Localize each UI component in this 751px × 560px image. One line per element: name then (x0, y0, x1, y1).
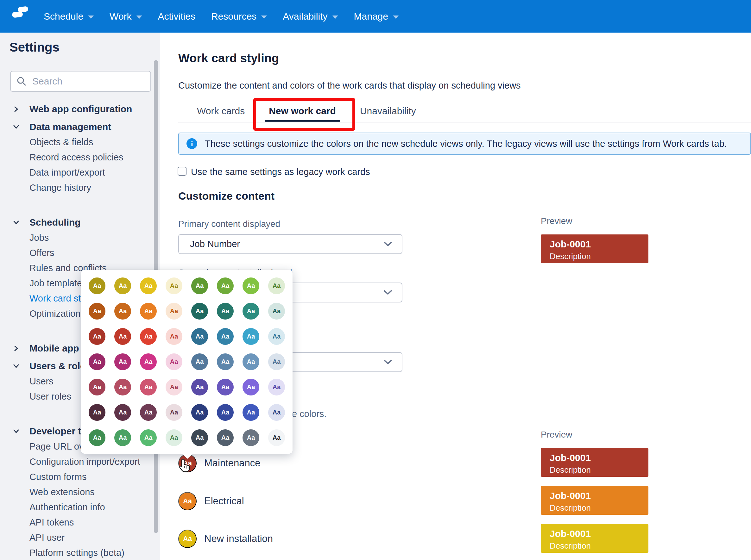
palette-swatch-r5-c4[interactable]: Aa (166, 379, 182, 396)
nav-menu: ScheduleWorkActivitiesResourcesAvailabil… (44, 0, 399, 33)
palette-swatch-r7-c2[interactable]: Aa (114, 429, 131, 446)
tab-unavailability[interactable]: Unavailability (356, 102, 420, 122)
sidebar-search[interactable] (10, 71, 151, 92)
palette-swatch-r1-c8[interactable]: Aa (268, 278, 285, 294)
palette-swatch-r7-c7[interactable]: Aa (243, 429, 259, 446)
palette-swatch-r2-c6[interactable]: Aa (217, 303, 234, 320)
sidebar-item-api-tokens[interactable]: API tokens (0, 515, 160, 530)
colors-sentence-fragment: e colors. (292, 409, 327, 419)
nav-item-resources[interactable]: Resources (211, 11, 267, 22)
palette-swatch-r4-c4[interactable]: Aa (166, 354, 182, 370)
palette-swatch-r1-c4[interactable]: Aa (166, 278, 182, 294)
sidebar-item-label: User roles (30, 392, 71, 402)
page-title: Work card styling (178, 52, 279, 65)
palette-swatch-r4-c7[interactable]: Aa (243, 354, 259, 370)
palette-swatch-r6-c5[interactable]: Aa (191, 404, 208, 421)
sidebar-item-web-extensions[interactable]: Web extensions (0, 484, 160, 500)
palette-swatch-r1-c1[interactable]: Aa (89, 278, 105, 294)
palette-swatch-r5-c7[interactable]: Aa (243, 379, 259, 396)
palette-swatch-r6-c2[interactable]: Aa (114, 404, 131, 421)
palette-swatch-r2-c8[interactable]: Aa (268, 303, 285, 320)
sidebar-item-change-history[interactable]: Change history (0, 180, 160, 195)
palette-swatch-r4-c5[interactable]: Aa (191, 354, 208, 370)
sidebar-item-data-management[interactable]: Data management (0, 119, 160, 135)
palette-swatch-r5-c3[interactable]: Aa (140, 379, 157, 396)
palette-swatch-r7-c6[interactable]: Aa (217, 429, 234, 446)
tab-new-work-card[interactable]: New work card (265, 102, 340, 122)
palette-swatch-r1-c2[interactable]: Aa (114, 278, 131, 294)
palette-swatch-r4-c3[interactable]: Aa (140, 354, 157, 370)
customize-content-heading: Customize content (178, 190, 274, 202)
palette-swatch-r5-c1[interactable]: Aa (89, 379, 105, 396)
palette-swatch-r7-c1[interactable]: Aa (89, 429, 105, 446)
sidebar-item-scheduling[interactable]: Scheduling (0, 215, 160, 230)
sidebar-item-configuration-import-export[interactable]: Configuration import/export (0, 454, 160, 469)
nav-item-work[interactable]: Work (110, 11, 142, 22)
palette-swatch-r6-c6[interactable]: Aa (217, 404, 234, 421)
chevron-down-icon (383, 290, 392, 296)
palette-swatch-r3-c5[interactable]: Aa (191, 328, 208, 345)
palette-swatch-r6-c8[interactable]: Aa (268, 404, 285, 421)
palette-swatch-r2-c1[interactable]: Aa (89, 303, 105, 320)
palette-swatch-r6-c3[interactable]: Aa (140, 404, 157, 421)
palette-swatch-r1-c5[interactable]: Aa (191, 278, 208, 294)
palette-swatch-r7-c5[interactable]: Aa (191, 429, 208, 446)
palette-swatch-r3-c1[interactable]: Aa (89, 328, 105, 345)
sidebar-item-data-import-export[interactable]: Data import/export (0, 165, 160, 180)
palette-swatch-r7-c4[interactable]: Aa (166, 429, 182, 446)
palette-swatch-r4-c8[interactable]: Aa (268, 354, 285, 370)
palette-swatch-r4-c1[interactable]: Aa (89, 354, 105, 370)
palette-swatch-r6-c1[interactable]: Aa (89, 404, 105, 421)
palette-swatch-r3-c2[interactable]: Aa (114, 328, 131, 345)
category-color-swatch-new-installation[interactable]: Aa (178, 529, 197, 548)
palette-swatch-r4-c6[interactable]: Aa (217, 354, 234, 370)
search-icon (17, 76, 26, 86)
nav-item-manage[interactable]: Manage (354, 11, 399, 22)
palette-swatch-r5-c2[interactable]: Aa (114, 379, 131, 396)
nav-item-label: Schedule (44, 11, 83, 22)
palette-swatch-r2-c2[interactable]: Aa (114, 303, 131, 320)
sidebar-item-objects-fields[interactable]: Objects & fields (0, 135, 160, 149)
palette-swatch-r2-c3[interactable]: Aa (140, 303, 157, 320)
sidebar-item-label: Web app configuration (30, 104, 132, 115)
sidebar-item-offers[interactable]: Offers (0, 245, 160, 260)
search-input[interactable] (32, 76, 139, 87)
sidebar-item-custom-forms[interactable]: Custom forms (0, 469, 160, 484)
sidebar-item-jobs[interactable]: Jobs (0, 230, 160, 245)
nav-item-schedule[interactable]: Schedule (44, 11, 94, 22)
palette-swatch-r2-c4[interactable]: Aa (166, 303, 182, 320)
skedulo-logo-icon[interactable] (12, 6, 29, 27)
sidebar-item-api-user[interactable]: API user (0, 530, 160, 545)
palette-swatch-r3-c6[interactable]: Aa (217, 328, 234, 345)
tab-work-cards[interactable]: Work cards (193, 102, 249, 122)
primary-content-dropdown[interactable]: Job Number (178, 234, 402, 254)
category-color-swatch-electrical[interactable]: Aa (178, 492, 197, 510)
palette-swatch-r5-c6[interactable]: Aa (217, 379, 234, 396)
palette-swatch-r3-c4[interactable]: Aa (166, 328, 182, 345)
sidebar-item-web-app-configuration[interactable]: Web app configuration (0, 102, 160, 117)
palette-swatch-r3-c8[interactable]: Aa (268, 328, 285, 345)
nav-item-activities[interactable]: Activities (158, 11, 195, 22)
sidebar-item-authentication-info[interactable]: Authentication info (0, 500, 160, 515)
palette-swatch-r1-c3[interactable]: Aa (140, 278, 157, 294)
palette-swatch-r6-c7[interactable]: Aa (243, 404, 259, 421)
legacy-settings-checkbox[interactable] (178, 167, 187, 176)
sidebar-item-platform-settings-beta[interactable]: Platform settings (beta) (0, 545, 160, 560)
palette-swatch-r2-c7[interactable]: Aa (243, 303, 259, 320)
palette-swatch-r3-c7[interactable]: Aa (243, 328, 259, 345)
palette-swatch-r2-c5[interactable]: Aa (191, 303, 208, 320)
chevron-down-icon (88, 16, 94, 19)
sidebar-item-record-access-policies[interactable]: Record access policies (0, 149, 160, 165)
palette-swatch-r3-c3[interactable]: Aa (140, 328, 157, 345)
palette-swatch-r6-c4[interactable]: Aa (166, 404, 182, 421)
nav-item-availability[interactable]: Availability (283, 11, 338, 22)
color-palette-grid: AaAaAaAaAaAaAaAaAaAaAaAaAaAaAaAaAaAaAaAa… (89, 278, 285, 446)
palette-swatch-r1-c7[interactable]: Aa (243, 278, 259, 294)
palette-swatch-r5-c5[interactable]: Aa (191, 379, 208, 396)
palette-swatch-r1-c6[interactable]: Aa (217, 278, 234, 294)
palette-swatch-r7-c3[interactable]: Aa (140, 429, 157, 446)
palette-swatch-r5-c8[interactable]: Aa (268, 379, 285, 396)
preview-section-bottom: PreviewJob-0001DescriptionJob-0001Descri… (541, 429, 649, 560)
palette-swatch-r4-c2[interactable]: Aa (114, 354, 131, 370)
palette-swatch-r7-c8[interactable]: Aa (268, 429, 285, 446)
